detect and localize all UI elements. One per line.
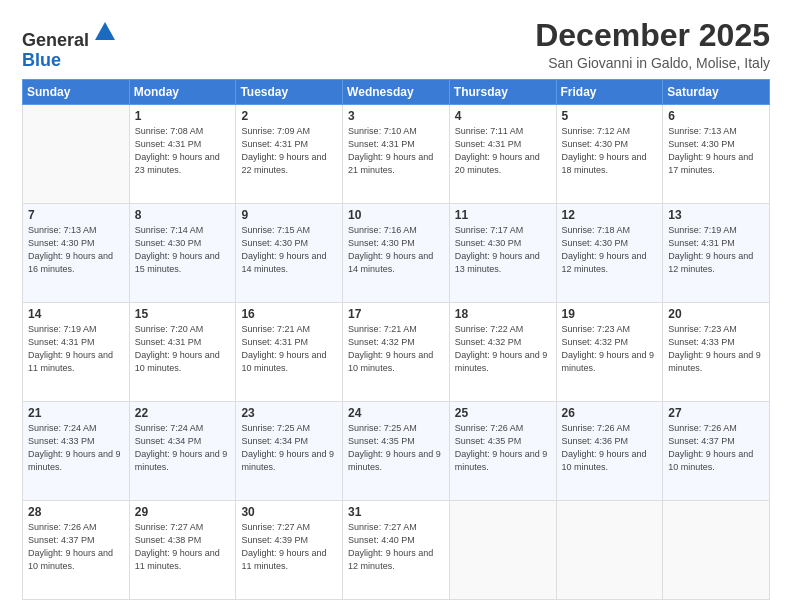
cell-w5-d7 xyxy=(663,501,770,600)
calendar-page: General Blue December 2025 San Giovanni … xyxy=(0,0,792,612)
day-number: 12 xyxy=(562,208,658,222)
cell-w5-d2: 29Sunrise: 7:27 AMSunset: 4:38 PMDayligh… xyxy=(129,501,236,600)
day-number: 15 xyxy=(135,307,231,321)
cell-info: Sunrise: 7:20 AMSunset: 4:31 PMDaylight:… xyxy=(135,324,220,373)
cell-w1-d4: 3Sunrise: 7:10 AMSunset: 4:31 PMDaylight… xyxy=(343,105,450,204)
cell-w2-d4: 10Sunrise: 7:16 AMSunset: 4:30 PMDayligh… xyxy=(343,204,450,303)
day-number: 26 xyxy=(562,406,658,420)
logo-blue: Blue xyxy=(22,50,61,70)
cell-info: Sunrise: 7:26 AMSunset: 4:37 PMDaylight:… xyxy=(28,522,113,571)
cell-w5-d5 xyxy=(449,501,556,600)
cell-w1-d5: 4Sunrise: 7:11 AMSunset: 4:31 PMDaylight… xyxy=(449,105,556,204)
day-number: 28 xyxy=(28,505,124,519)
col-thursday: Thursday xyxy=(449,80,556,105)
day-number: 10 xyxy=(348,208,444,222)
cell-info: Sunrise: 7:24 AMSunset: 4:34 PMDaylight:… xyxy=(135,423,228,472)
cell-info: Sunrise: 7:25 AMSunset: 4:35 PMDaylight:… xyxy=(348,423,441,472)
col-monday: Monday xyxy=(129,80,236,105)
cell-info: Sunrise: 7:26 AMSunset: 4:36 PMDaylight:… xyxy=(562,423,647,472)
cell-info: Sunrise: 7:10 AMSunset: 4:31 PMDaylight:… xyxy=(348,126,433,175)
cell-w1-d3: 2Sunrise: 7:09 AMSunset: 4:31 PMDaylight… xyxy=(236,105,343,204)
cell-w3-d5: 18Sunrise: 7:22 AMSunset: 4:32 PMDayligh… xyxy=(449,303,556,402)
cell-info: Sunrise: 7:19 AMSunset: 4:31 PMDaylight:… xyxy=(28,324,113,373)
cell-w4-d6: 26Sunrise: 7:26 AMSunset: 4:36 PMDayligh… xyxy=(556,402,663,501)
cell-w5-d4: 31Sunrise: 7:27 AMSunset: 4:40 PMDayligh… xyxy=(343,501,450,600)
day-number: 23 xyxy=(241,406,337,420)
day-number: 9 xyxy=(241,208,337,222)
cell-info: Sunrise: 7:13 AMSunset: 4:30 PMDaylight:… xyxy=(668,126,753,175)
week-row-5: 28Sunrise: 7:26 AMSunset: 4:37 PMDayligh… xyxy=(23,501,770,600)
cell-w4-d7: 27Sunrise: 7:26 AMSunset: 4:37 PMDayligh… xyxy=(663,402,770,501)
header-row: Sunday Monday Tuesday Wednesday Thursday… xyxy=(23,80,770,105)
month-title: December 2025 xyxy=(535,18,770,53)
day-number: 14 xyxy=(28,307,124,321)
day-number: 7 xyxy=(28,208,124,222)
week-row-4: 21Sunrise: 7:24 AMSunset: 4:33 PMDayligh… xyxy=(23,402,770,501)
cell-w4-d4: 24Sunrise: 7:25 AMSunset: 4:35 PMDayligh… xyxy=(343,402,450,501)
cell-info: Sunrise: 7:24 AMSunset: 4:33 PMDaylight:… xyxy=(28,423,121,472)
cell-w1-d1 xyxy=(23,105,130,204)
calendar-table: Sunday Monday Tuesday Wednesday Thursday… xyxy=(22,79,770,600)
day-number: 1 xyxy=(135,109,231,123)
day-number: 30 xyxy=(241,505,337,519)
logo: General Blue xyxy=(22,18,119,71)
day-number: 11 xyxy=(455,208,551,222)
day-number: 2 xyxy=(241,109,337,123)
cell-info: Sunrise: 7:11 AMSunset: 4:31 PMDaylight:… xyxy=(455,126,540,175)
cell-info: Sunrise: 7:16 AMSunset: 4:30 PMDaylight:… xyxy=(348,225,433,274)
day-number: 6 xyxy=(668,109,764,123)
cell-info: Sunrise: 7:23 AMSunset: 4:33 PMDaylight:… xyxy=(668,324,761,373)
cell-w2-d2: 8Sunrise: 7:14 AMSunset: 4:30 PMDaylight… xyxy=(129,204,236,303)
cell-info: Sunrise: 7:26 AMSunset: 4:37 PMDaylight:… xyxy=(668,423,753,472)
day-number: 8 xyxy=(135,208,231,222)
cell-w3-d4: 17Sunrise: 7:21 AMSunset: 4:32 PMDayligh… xyxy=(343,303,450,402)
col-wednesday: Wednesday xyxy=(343,80,450,105)
col-sunday: Sunday xyxy=(23,80,130,105)
cell-w5-d3: 30Sunrise: 7:27 AMSunset: 4:39 PMDayligh… xyxy=(236,501,343,600)
cell-w4-d1: 21Sunrise: 7:24 AMSunset: 4:33 PMDayligh… xyxy=(23,402,130,501)
cell-w4-d5: 25Sunrise: 7:26 AMSunset: 4:35 PMDayligh… xyxy=(449,402,556,501)
day-number: 20 xyxy=(668,307,764,321)
cell-info: Sunrise: 7:19 AMSunset: 4:31 PMDaylight:… xyxy=(668,225,753,274)
cell-info: Sunrise: 7:23 AMSunset: 4:32 PMDaylight:… xyxy=(562,324,655,373)
day-number: 3 xyxy=(348,109,444,123)
day-number: 17 xyxy=(348,307,444,321)
day-number: 21 xyxy=(28,406,124,420)
day-number: 5 xyxy=(562,109,658,123)
cell-w4-d3: 23Sunrise: 7:25 AMSunset: 4:34 PMDayligh… xyxy=(236,402,343,501)
cell-info: Sunrise: 7:18 AMSunset: 4:30 PMDaylight:… xyxy=(562,225,647,274)
cell-w3-d3: 16Sunrise: 7:21 AMSunset: 4:31 PMDayligh… xyxy=(236,303,343,402)
header: General Blue December 2025 San Giovanni … xyxy=(22,18,770,71)
cell-w3-d7: 20Sunrise: 7:23 AMSunset: 4:33 PMDayligh… xyxy=(663,303,770,402)
day-number: 18 xyxy=(455,307,551,321)
cell-info: Sunrise: 7:15 AMSunset: 4:30 PMDaylight:… xyxy=(241,225,326,274)
cell-w2-d5: 11Sunrise: 7:17 AMSunset: 4:30 PMDayligh… xyxy=(449,204,556,303)
cell-info: Sunrise: 7:09 AMSunset: 4:31 PMDaylight:… xyxy=(241,126,326,175)
location-subtitle: San Giovanni in Galdo, Molise, Italy xyxy=(535,55,770,71)
day-number: 16 xyxy=(241,307,337,321)
cell-info: Sunrise: 7:17 AMSunset: 4:30 PMDaylight:… xyxy=(455,225,540,274)
cell-w3-d2: 15Sunrise: 7:20 AMSunset: 4:31 PMDayligh… xyxy=(129,303,236,402)
cell-info: Sunrise: 7:08 AMSunset: 4:31 PMDaylight:… xyxy=(135,126,220,175)
cell-info: Sunrise: 7:26 AMSunset: 4:35 PMDaylight:… xyxy=(455,423,548,472)
cell-info: Sunrise: 7:21 AMSunset: 4:31 PMDaylight:… xyxy=(241,324,326,373)
cell-w5-d1: 28Sunrise: 7:26 AMSunset: 4:37 PMDayligh… xyxy=(23,501,130,600)
cell-w3-d1: 14Sunrise: 7:19 AMSunset: 4:31 PMDayligh… xyxy=(23,303,130,402)
logo-icon xyxy=(91,18,119,46)
cell-w5-d6 xyxy=(556,501,663,600)
day-number: 22 xyxy=(135,406,231,420)
day-number: 24 xyxy=(348,406,444,420)
day-number: 29 xyxy=(135,505,231,519)
day-number: 4 xyxy=(455,109,551,123)
cell-w2-d7: 13Sunrise: 7:19 AMSunset: 4:31 PMDayligh… xyxy=(663,204,770,303)
cell-w4-d2: 22Sunrise: 7:24 AMSunset: 4:34 PMDayligh… xyxy=(129,402,236,501)
svg-marker-0 xyxy=(95,22,115,40)
cell-info: Sunrise: 7:14 AMSunset: 4:30 PMDaylight:… xyxy=(135,225,220,274)
cell-info: Sunrise: 7:27 AMSunset: 4:39 PMDaylight:… xyxy=(241,522,326,571)
day-number: 27 xyxy=(668,406,764,420)
day-number: 13 xyxy=(668,208,764,222)
week-row-2: 7Sunrise: 7:13 AMSunset: 4:30 PMDaylight… xyxy=(23,204,770,303)
cell-info: Sunrise: 7:13 AMSunset: 4:30 PMDaylight:… xyxy=(28,225,113,274)
cell-info: Sunrise: 7:22 AMSunset: 4:32 PMDaylight:… xyxy=(455,324,548,373)
day-number: 25 xyxy=(455,406,551,420)
